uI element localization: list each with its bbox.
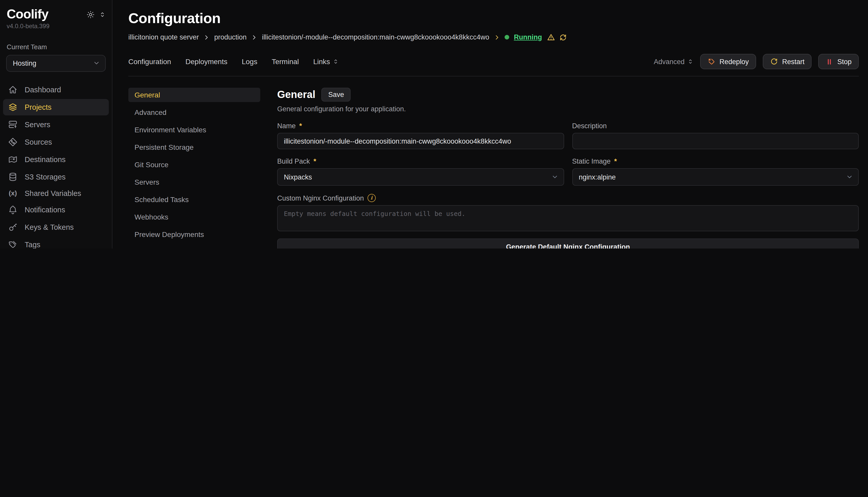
description-input[interactable]	[572, 133, 859, 149]
save-button[interactable]: Save	[321, 88, 351, 102]
page-title: Configuration	[128, 10, 859, 27]
tab-deployments[interactable]: Deployments	[185, 57, 228, 66]
sidebar-nav: Dashboard Projects Servers Sources Desti…	[0, 81, 112, 248]
static-image-label: Static Image	[572, 157, 610, 165]
sidebar-item-tags[interactable]: Tags	[3, 236, 109, 248]
redeploy-label: Redeploy	[719, 58, 749, 66]
section-title: General	[277, 89, 315, 101]
warning-icon[interactable]	[547, 33, 555, 42]
breadcrumb-project[interactable]: illicitonion quote server	[128, 33, 199, 41]
status-link[interactable]: Running	[514, 33, 542, 41]
theme-sun-icon[interactable]	[86, 10, 95, 19]
sidebar-item-shared-variables[interactable]: (x) Shared Variables	[3, 186, 109, 200]
build-pack-select[interactable]: Nixpacks	[277, 168, 564, 186]
database-icon	[8, 172, 18, 182]
general-form: General Save General configuration for y…	[277, 88, 859, 248]
main-area: Configuration illicitonion quote server …	[112, 0, 868, 248]
subnav-general[interactable]: General	[128, 88, 260, 102]
sidebar-item-servers[interactable]: Servers	[3, 116, 109, 132]
status-dot	[505, 35, 509, 40]
tab-terminal[interactable]: Terminal	[272, 57, 299, 66]
chevron-down-icon	[93, 59, 100, 67]
nginx-config-label: Custom Nginx Configuration	[277, 194, 364, 202]
advanced-dropdown[interactable]: Advanced	[654, 58, 693, 66]
map-icon	[8, 154, 18, 165]
key-icon	[8, 222, 18, 232]
subnav-webhooks[interactable]: Webhooks	[128, 210, 260, 224]
sidebar-item-dashboard[interactable]: Dashboard	[3, 81, 109, 98]
chevron-right-icon	[204, 34, 210, 40]
subnav-servers[interactable]: Servers	[128, 175, 260, 189]
brand-logo[interactable]: Coolify	[7, 7, 48, 21]
build-pack-value: Nixpacks	[284, 173, 312, 181]
divider	[128, 76, 859, 76]
info-icon[interactable]: i	[368, 194, 376, 202]
subnav-scheduled-tasks[interactable]: Scheduled Tasks	[128, 192, 260, 207]
tab-configuration[interactable]: Configuration	[128, 57, 171, 66]
app-version: v4.0.0-beta.399	[0, 21, 112, 29]
team-select[interactable]: Hosting	[6, 55, 106, 72]
settings-subnav: General Advanced Environment Variables P…	[128, 88, 260, 248]
chevron-right-icon	[251, 34, 258, 40]
server-icon	[8, 119, 18, 129]
subnav-advanced[interactable]: Advanced	[128, 105, 260, 119]
sidebar-item-label: Notifications	[25, 205, 65, 214]
static-image-value: nginx:alpine	[579, 173, 616, 181]
subnav-preview-deployments[interactable]: Preview Deployments	[128, 227, 260, 242]
chevron-right-icon	[494, 34, 500, 40]
git-icon	[8, 137, 18, 147]
restart-icon	[770, 57, 778, 66]
subnav-healthcheck[interactable]: Healthcheck	[128, 245, 260, 248]
sidebar-item-label: Sources	[25, 138, 52, 146]
tab-links-label: Links	[313, 57, 330, 66]
sidebar: Coolify v4.0.0-beta.399 Current Team Hos…	[0, 0, 112, 248]
variables-icon: (x)	[8, 189, 18, 197]
refresh-icon[interactable]	[559, 33, 567, 41]
redeploy-icon	[707, 57, 715, 66]
sidebar-item-s3-storages[interactable]: S3 Storages	[3, 169, 109, 185]
sidebar-item-label: Tags	[25, 240, 40, 248]
description-label: Description	[572, 122, 607, 130]
sidebar-item-label: Servers	[25, 120, 50, 128]
subnav-environment-variables[interactable]: Environment Variables	[128, 123, 260, 137]
nginx-config-textarea[interactable]	[277, 205, 859, 231]
name-input[interactable]	[277, 133, 564, 149]
sidebar-item-label: Keys & Tokens	[25, 223, 74, 231]
tag-icon	[8, 239, 18, 248]
chevron-down-icon	[846, 173, 853, 181]
tab-links[interactable]: Links	[313, 57, 339, 66]
redeploy-button[interactable]: Redeploy	[700, 54, 756, 69]
theme-selector-icon[interactable]	[99, 11, 106, 18]
subnav-persistent-storage[interactable]: Persistent Storage	[128, 140, 260, 154]
stop-label: Stop	[837, 58, 852, 66]
sidebar-item-projects[interactable]: Projects	[3, 99, 109, 115]
subnav-git-source[interactable]: Git Source	[128, 157, 260, 172]
stop-button[interactable]: Stop	[818, 54, 859, 69]
sidebar-item-sources[interactable]: Sources	[3, 133, 109, 150]
home-icon	[8, 84, 18, 95]
breadcrumb-environment[interactable]: production	[214, 33, 247, 41]
breadcrumb-application[interactable]: illicitestonion/-module--decomposition:m…	[262, 33, 489, 41]
tab-logs[interactable]: Logs	[242, 57, 258, 66]
static-image-select[interactable]: nginx:alpine	[572, 168, 859, 186]
sidebar-item-label: Projects	[25, 103, 52, 111]
restart-button[interactable]: Restart	[762, 54, 812, 69]
team-select-value: Hosting	[13, 59, 37, 67]
sidebar-item-destinations[interactable]: Destinations	[3, 151, 109, 168]
sidebar-item-keys-tokens[interactable]: Keys & Tokens	[3, 219, 109, 235]
selector-icon	[687, 58, 693, 65]
breadcrumb: illicitonion quote server production ill…	[128, 33, 859, 42]
layers-icon	[8, 102, 18, 112]
bell-icon	[8, 204, 18, 215]
required-marker: *	[314, 157, 316, 165]
selector-icon	[333, 58, 339, 65]
generate-nginx-button[interactable]: Generate Default Nginx Configuration	[277, 239, 859, 248]
tab-bar: Configuration Deployments Logs Terminal …	[128, 54, 859, 69]
current-team-label: Current Team	[0, 29, 112, 51]
required-marker: *	[299, 122, 302, 130]
build-pack-label: Build Pack	[277, 157, 310, 165]
required-marker: *	[614, 157, 617, 165]
sidebar-item-notifications[interactable]: Notifications	[3, 201, 109, 218]
section-subtitle: General configuration for your applicati…	[277, 105, 859, 113]
sidebar-item-label: Dashboard	[25, 85, 61, 94]
